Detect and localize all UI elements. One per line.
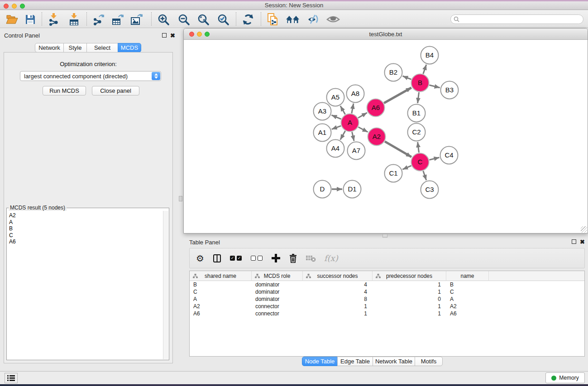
- mcds-result-item[interactable]: A2: [9, 212, 163, 219]
- network-graph[interactable]: AA1A2A3A4A5A6A7A8BB1B2B3B4CC1C2C3C4DD1: [184, 40, 588, 233]
- edge-C-C2[interactable]: [418, 142, 419, 152]
- table-row[interactable]: A6connector11A6: [190, 310, 584, 317]
- edge-C-C1[interactable]: [402, 166, 411, 169]
- search-field[interactable]: [450, 14, 583, 24]
- mcds-result-item[interactable]: B: [9, 225, 163, 232]
- table-row[interactable]: Adominator80A: [190, 295, 584, 303]
- mcds-result-item[interactable]: A6: [9, 238, 163, 245]
- tab-mcds[interactable]: MCDS: [118, 43, 141, 52]
- task-history-button[interactable]: [5, 373, 18, 383]
- table-row[interactable]: A2connector11A2: [190, 303, 584, 310]
- table-cell: C: [446, 288, 489, 295]
- resize-grip-icon[interactable]: [581, 226, 587, 233]
- node-label-A5: A5: [331, 93, 339, 101]
- table-tab-network-table[interactable]: Network Table: [373, 357, 415, 366]
- close-panel-icon[interactable]: ✖: [170, 33, 175, 38]
- node-table[interactable]: shared nameMCDS rolesuccessor nodesprede…: [189, 271, 585, 357]
- table-tab-node-table[interactable]: Node Table: [302, 357, 338, 366]
- tab-network[interactable]: Network: [35, 43, 64, 52]
- node-label-C1: C1: [389, 169, 397, 177]
- edge-B-B3[interactable]: [429, 85, 440, 88]
- export-table-icon[interactable]: [110, 13, 125, 26]
- edge-A-A8[interactable]: [352, 104, 354, 114]
- run-mcds-button[interactable]: Run MCDS: [43, 86, 86, 95]
- table-cell: 1: [303, 303, 373, 310]
- table-cell: A2: [190, 303, 252, 310]
- tab-style[interactable]: Style: [63, 43, 87, 52]
- zoom-in-icon[interactable]: [156, 13, 171, 26]
- table-settings-icon[interactable]: ⚙: [196, 253, 204, 264]
- delete-table-icon[interactable]: [306, 255, 316, 262]
- float-panel-icon[interactable]: [162, 33, 167, 38]
- add-column-icon[interactable]: [272, 254, 280, 262]
- zoom-selected-icon[interactable]: [216, 13, 230, 26]
- table-row[interactable]: Cdominator41C: [190, 288, 584, 295]
- edge-A-A1[interactable]: [332, 126, 341, 129]
- delete-column-icon[interactable]: [289, 254, 297, 263]
- import-network-icon[interactable]: [47, 13, 61, 26]
- column-header-shared-name[interactable]: shared name: [190, 271, 252, 281]
- column-header-MCDS-role[interactable]: MCDS role: [252, 271, 303, 281]
- node-label-B: B: [418, 79, 422, 86]
- mcds-result-item[interactable]: A: [9, 219, 163, 226]
- deselect-all-icon[interactable]: [251, 256, 263, 261]
- export-image-icon[interactable]: [129, 13, 144, 26]
- zoom-fit-icon[interactable]: [196, 13, 210, 26]
- optimization-criterion-label: Optimization criterion:: [4, 61, 172, 67]
- show-all-icon[interactable]: [326, 13, 340, 26]
- edge-A-A5[interactable]: [340, 106, 345, 114]
- duplicate-network-icon[interactable]: [266, 13, 280, 26]
- close-table-panel-icon[interactable]: ✖: [580, 240, 585, 244]
- export-network-icon[interactable]: [91, 13, 106, 26]
- close-panel-button[interactable]: Close panel: [92, 86, 139, 95]
- table-toolbar: ⚙ ✓✓ f(x): [189, 248, 585, 268]
- horizontal-splitter-handle[interactable]: [382, 234, 387, 238]
- edge-B-B1[interactable]: [418, 92, 419, 103]
- table-cell: A: [190, 295, 252, 303]
- open-session-icon[interactable]: [5, 13, 19, 26]
- edge-A-A6[interactable]: [358, 113, 367, 118]
- float-table-panel-icon[interactable]: [572, 239, 576, 244]
- edge-A-A4[interactable]: [340, 131, 345, 140]
- edge-B-B2[interactable]: [402, 76, 411, 79]
- table-cell: A6: [446, 310, 489, 317]
- table-cell: 1: [373, 281, 446, 288]
- mcds-result-item[interactable]: C: [9, 232, 163, 239]
- table-cell: 0: [373, 295, 446, 303]
- table-cell: dominator: [252, 295, 303, 303]
- select-all-icon[interactable]: ✓✓: [230, 256, 242, 261]
- save-session-icon[interactable]: [23, 13, 38, 26]
- edge-C-C4[interactable]: [429, 157, 439, 160]
- criterion-dropdown[interactable]: largest connected component (directed): [20, 71, 161, 81]
- table-cell: 1: [303, 310, 373, 317]
- edge-A-A7[interactable]: [352, 132, 354, 141]
- vertical-splitter-handle[interactable]: [179, 196, 182, 201]
- zoom-out-icon[interactable]: [177, 13, 191, 26]
- table-tab-motifs[interactable]: Motifs: [415, 357, 443, 366]
- function-builder-icon[interactable]: f(x): [324, 253, 338, 263]
- import-table-icon[interactable]: [67, 13, 81, 26]
- edge-A-A3[interactable]: [331, 115, 341, 119]
- mcds-result-scrollbar[interactable]: [163, 211, 168, 359]
- column-header-name[interactable]: name: [446, 271, 489, 281]
- edge-A2-C[interactable]: [385, 142, 411, 157]
- edge-A6-B[interactable]: [384, 88, 411, 103]
- table-row[interactable]: Bdominator41B: [190, 281, 584, 288]
- edge-C-C3[interactable]: [423, 171, 426, 180]
- refresh-icon[interactable]: [241, 13, 255, 26]
- search-input[interactable]: [459, 16, 573, 23]
- hide-selected-icon[interactable]: [306, 13, 320, 26]
- column-header-successor-nodes[interactable]: successor nodes: [303, 271, 373, 281]
- network-window-titlebar[interactable]: testGlobe.txt: [184, 29, 588, 40]
- tab-select[interactable]: Select: [86, 43, 118, 52]
- edge-A-A2[interactable]: [359, 127, 368, 132]
- table-panel-title: Table Panel: [189, 239, 220, 246]
- table-tab-edge-table[interactable]: Edge Table: [337, 357, 373, 366]
- column-browser-icon[interactable]: [213, 254, 221, 262]
- memory-button[interactable]: Memory: [545, 372, 585, 383]
- column-header-predecessor-nodes[interactable]: predecessor nodes: [373, 271, 446, 281]
- mcds-result-list[interactable]: A2ABCA6: [7, 211, 163, 359]
- edge-B-B4[interactable]: [423, 65, 426, 74]
- first-neighbors-icon[interactable]: [286, 13, 300, 26]
- node-label-A3: A3: [318, 107, 326, 115]
